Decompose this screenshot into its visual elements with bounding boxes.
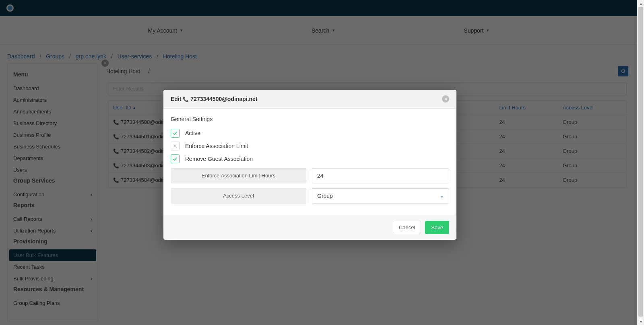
access-level-label: Access Level (171, 188, 306, 204)
save-button[interactable]: Save (425, 221, 449, 234)
cancel-button[interactable]: Cancel (393, 221, 421, 234)
remove-guest-label: Remove Guest Association (185, 156, 253, 162)
access-level-select[interactable]: Group ⌄ (312, 188, 449, 204)
triangle-up-icon: ▴ (640, 1, 642, 6)
modal-close-button[interactable]: ✕ (442, 95, 449, 103)
cancel-label: Cancel (399, 224, 415, 230)
section-title: General Settings (171, 116, 449, 122)
save-label: Save (431, 224, 443, 230)
modal-title: Edit 📞7273344500@odinapi.net (171, 96, 258, 102)
enforce-limit-checkbox[interactable] (171, 142, 180, 150)
modal-body: General Settings Active Enforce Associat… (163, 109, 456, 215)
scroll-down-button[interactable]: ▾ (638, 318, 644, 325)
close-icon: ✕ (444, 97, 448, 102)
modal-header: Edit 📞7273344500@odinapi.net ✕ (163, 90, 456, 109)
scroll-up-button[interactable]: ▴ (638, 0, 644, 7)
hours-input-wrapper (312, 168, 449, 183)
edit-hoteling-host-modal: Edit 📞7273344500@odinapi.net ✕ General S… (163, 90, 456, 240)
access-level-value: Group (317, 193, 333, 199)
hours-label: Enforce Association Limit Hours (171, 168, 306, 183)
hours-input[interactable] (317, 173, 444, 179)
modal-user-id: 7273344500@odinapi.net (190, 96, 257, 102)
modal-edit-prefix: Edit (171, 96, 183, 102)
modal-footer: Cancel Save (163, 215, 456, 240)
remove-guest-checkbox[interactable] (171, 154, 180, 163)
active-checkbox[interactable] (171, 129, 180, 138)
check-icon (172, 130, 178, 136)
vertical-scrollbar[interactable]: ▴ ▾ (637, 0, 644, 325)
phone-icon: 📞 (183, 97, 189, 102)
scroll-thumb[interactable] (638, 7, 643, 317)
enforce-limit-label: Enforce Association Limit (185, 143, 248, 149)
x-icon (172, 143, 178, 149)
active-label: Active (185, 130, 200, 136)
check-icon (172, 156, 178, 162)
triangle-down-icon: ▾ (640, 319, 642, 324)
chevron-down-icon: ⌄ (440, 193, 444, 199)
